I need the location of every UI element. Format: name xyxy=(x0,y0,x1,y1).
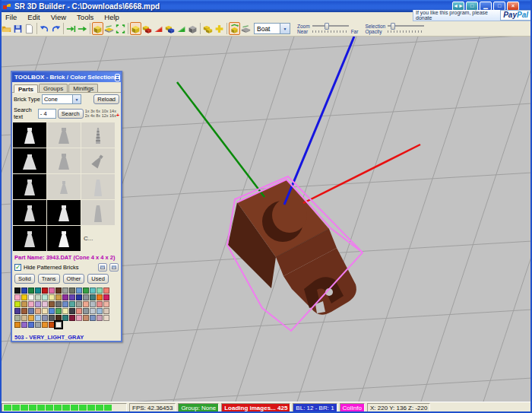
color-swatch[interactable] xyxy=(42,322,48,328)
add-brick-mode-button[interactable] xyxy=(92,22,103,35)
part-thumbnail[interactable] xyxy=(47,122,81,148)
part-thumbnail[interactable] xyxy=(47,174,81,199)
opacity-slider-thumb[interactable] xyxy=(391,23,395,30)
brick-pair-button[interactable] xyxy=(202,22,214,35)
tab-parts[interactable]: Parts xyxy=(14,84,38,93)
color-swatch[interactable] xyxy=(42,308,48,314)
color-swatch[interactable] xyxy=(14,322,21,328)
color-swatch[interactable] xyxy=(62,315,68,321)
color-swatch[interactable] xyxy=(103,288,109,294)
other-button[interactable]: Other xyxy=(63,274,85,284)
opacity-slider[interactable] xyxy=(388,23,424,29)
menu-view[interactable]: View xyxy=(46,13,71,21)
color-swatch[interactable] xyxy=(55,288,62,294)
color-swatch[interactable] xyxy=(62,288,68,294)
color-swatch[interactable] xyxy=(28,301,34,307)
color-swatch[interactable] xyxy=(35,288,41,294)
tab-minifigs[interactable]: Minifigs xyxy=(68,84,98,92)
color-swatch[interactable] xyxy=(83,294,89,300)
brick-type-combo[interactable]: Cone ▼ xyxy=(42,94,81,104)
menu-tools[interactable]: Tools xyxy=(71,13,99,21)
color-swatch[interactable] xyxy=(14,308,21,314)
color-swatch[interactable] xyxy=(76,301,82,307)
toolbox-titlebar[interactable]: TOOLBOX - Brick / Color Selection xyxy=(12,72,121,82)
color-swatch[interactable] xyxy=(97,288,103,294)
part-thumbnail[interactable] xyxy=(47,148,81,173)
paypal-button[interactable]: PayPal xyxy=(500,10,531,21)
color-swatch[interactable] xyxy=(90,288,96,294)
brick-3d-model[interactable] xyxy=(228,179,356,315)
search-input[interactable] xyxy=(38,109,56,119)
color-swatch[interactable] xyxy=(103,301,109,307)
color-swatch[interactable] xyxy=(28,288,34,294)
trans-button[interactable]: Trans xyxy=(38,274,60,284)
color-swatch[interactable] xyxy=(76,308,82,314)
color-swatch[interactable] xyxy=(55,322,62,328)
color-swatch[interactable] xyxy=(62,294,68,300)
part-thumbnail[interactable] xyxy=(81,200,115,225)
colinfo-indicator[interactable]: ColInfo xyxy=(340,403,365,412)
part-thumbnail[interactable] xyxy=(47,226,81,251)
color-swatch[interactable] xyxy=(90,315,96,321)
color-swatch[interactable] xyxy=(69,294,75,300)
size-filter[interactable]: 1x 3x 6x 10x 14x 2x 4x 8x 12x 16x+ xyxy=(85,109,119,118)
menu-edit[interactable]: Edit xyxy=(22,13,45,21)
color-swatch[interactable] xyxy=(42,301,48,307)
color-swatch[interactable] xyxy=(49,294,55,300)
color-swatch[interactable] xyxy=(42,315,48,321)
color-swatch[interactable] xyxy=(90,301,96,307)
color-swatch[interactable] xyxy=(35,294,41,300)
color-swatch[interactable] xyxy=(49,308,55,314)
color-swatch[interactable] xyxy=(49,288,55,294)
color-swatch[interactable] xyxy=(35,308,41,314)
preset-combo[interactable]: Boat ▼ xyxy=(254,23,290,34)
step-insert-button[interactable] xyxy=(65,22,77,35)
rotate-brick-button[interactable] xyxy=(229,22,240,35)
color-swatch[interactable] xyxy=(21,288,27,294)
part-thumbnail[interactable] xyxy=(13,122,46,148)
color-swatch[interactable] xyxy=(97,301,103,307)
part-thumbnail[interactable] xyxy=(13,226,46,251)
color-swatch[interactable] xyxy=(14,294,21,300)
color-swatch[interactable] xyxy=(55,294,62,300)
color-swatch[interactable] xyxy=(69,308,75,314)
color-swatch[interactable] xyxy=(14,288,21,294)
color-swatch[interactable] xyxy=(49,315,55,321)
part-thumbnail[interactable]: C... xyxy=(81,226,115,251)
menu-help[interactable]: Help xyxy=(99,13,125,21)
wedge-brick-button[interactable] xyxy=(153,22,164,35)
step-forward-button[interactable] xyxy=(77,22,88,35)
zoom-fit-button[interactable] xyxy=(115,22,126,35)
undo-button[interactable] xyxy=(39,22,50,35)
search-button[interactable]: Search xyxy=(58,109,84,119)
chevron-down-icon[interactable]: ▼ xyxy=(280,24,290,33)
solid-button[interactable]: Solid xyxy=(14,274,35,284)
palette-view-button-1[interactable] xyxy=(98,263,107,272)
redo-button[interactable] xyxy=(50,22,62,35)
used-button[interactable]: Used xyxy=(87,274,109,284)
color-swatch[interactable] xyxy=(21,308,27,314)
color-swatch[interactable] xyxy=(69,301,75,307)
color-swatch[interactable] xyxy=(76,288,82,294)
color-swatch[interactable] xyxy=(35,301,41,307)
brick-blue-button[interactable] xyxy=(164,22,176,35)
part-thumbnail[interactable] xyxy=(81,122,115,148)
new-model-button[interactable] xyxy=(24,22,35,35)
zoom-slider-thumb[interactable] xyxy=(325,23,329,30)
color-swatch[interactable] xyxy=(55,308,62,314)
toolbox-collapse-button[interactable] xyxy=(115,74,120,81)
hinge-tool-button[interactable] xyxy=(176,22,187,35)
add-size-icon[interactable]: + xyxy=(116,113,119,118)
color-swatch[interactable] xyxy=(35,322,41,328)
color-swatch[interactable] xyxy=(21,301,27,307)
color-swatch[interactable] xyxy=(28,315,34,321)
brick-large-button[interactable] xyxy=(130,22,141,35)
color-swatch[interactable] xyxy=(83,315,89,321)
menu-file[interactable]: File xyxy=(0,13,22,21)
color-swatch[interactable] xyxy=(97,315,103,321)
color-swatch[interactable] xyxy=(49,301,55,307)
color-swatch[interactable] xyxy=(55,301,62,307)
part-thumbnail[interactable] xyxy=(81,174,115,199)
color-swatch[interactable] xyxy=(90,294,96,300)
color-swatch[interactable] xyxy=(97,308,103,314)
